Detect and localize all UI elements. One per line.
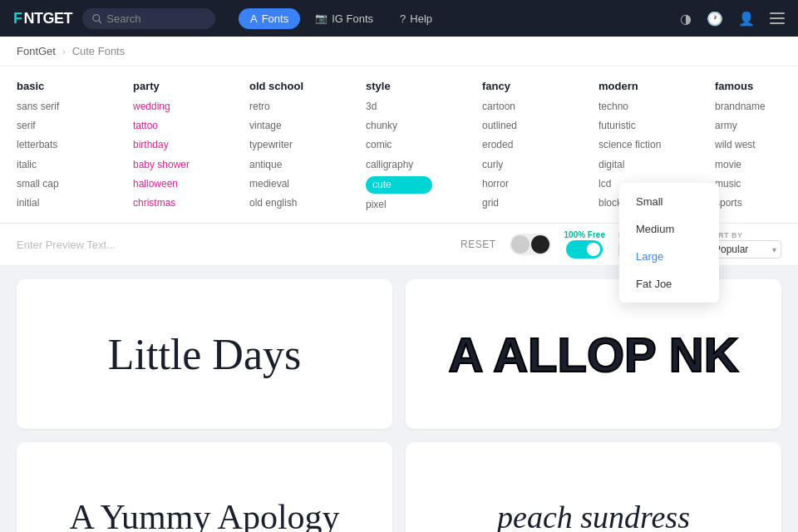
free-toggle[interactable] [566,240,603,259]
cat-item[interactable]: halloween [133,176,200,192]
cat-basic-title: basic [17,80,83,92]
cat-item[interactable]: outlined [482,118,549,134]
tab-fonts[interactable]: A Fonts [239,8,300,29]
breadcrumb-root[interactable]: FontGet [17,45,56,57]
cat-party-title: party [133,80,200,92]
logo[interactable]: F NTGET [13,10,72,27]
theme-toggle-icon[interactable]: ◑ [680,11,692,27]
navbar: F NTGET A Fonts 📷 IG Fonts ? Help ◑ 🕐 👤 [0,0,798,37]
cat-item[interactable]: curly [482,157,549,173]
dropdown-item-small[interactable]: Small [619,188,719,215]
breadcrumb: FontGet › Cute Fonts [0,37,798,66]
fonts-tab-label: Fonts [262,12,289,25]
dropdown-item-fatjoe[interactable]: Fat Joe [619,270,719,298]
cat-item[interactable]: medieval [249,176,316,192]
cat-item[interactable]: music [715,176,781,192]
help-label: Help [410,12,432,25]
cat-item[interactable]: wedding [133,99,200,115]
cat-item[interactable]: initial [17,195,83,211]
font-preview-text-4: peach sundress [489,490,698,532]
help-icon: ? [400,12,406,25]
cat-item[interactable]: antique [249,157,316,173]
cat-item[interactable]: wild west [715,137,781,153]
cat-famous-title: famous [715,80,781,92]
cat-style: style 3d chunky comic calligraphy cute p… [366,80,432,213]
logo-accent: F [13,10,22,27]
cat-item[interactable]: vintage [249,118,316,134]
menu-icon[interactable] [770,12,785,24]
dropdown-item-medium[interactable]: Medium [619,215,719,243]
cat-item[interactable]: eroded [482,137,549,153]
cat-item[interactable]: small cap [17,176,83,192]
dropdown-item-large[interactable]: Large [619,243,719,270]
cat-party: party wedding tattoo birthday baby showe… [133,80,200,213]
cat-oldschool-title: old school [249,80,316,92]
search-icon [92,13,101,24]
search-input[interactable] [106,12,205,25]
cat-item[interactable]: movie [715,157,781,173]
cat-style-title: style [366,80,432,92]
cat-basic: basic sans serif serif letterbats italic… [17,80,83,213]
cat-item[interactable]: pixel [366,197,432,213]
tab-help[interactable]: ? Help [388,8,444,29]
cat-item[interactable]: sports [715,195,781,211]
cat-item[interactable]: chunky [366,118,432,134]
cat-item[interactable]: calligraphy [366,157,432,173]
svg-line-1 [99,20,101,22]
light-color-dot[interactable] [511,235,530,254]
free-badge: 100% Free [564,230,605,239]
cat-item[interactable]: retro [249,99,316,115]
cat-item[interactable]: grid [482,195,549,211]
nav-right: ◑ 🕐 👤 [680,11,785,27]
cat-item[interactable]: letterbats [17,137,83,153]
preview-text-input[interactable] [17,239,447,251]
cat-item[interactable]: tattoo [133,118,200,134]
reset-button[interactable]: RESET [461,239,496,250]
cat-item[interactable]: christmas [133,195,200,211]
cat-modern-title: modern [598,80,665,92]
tab-ig-fonts[interactable]: 📷 IG Fonts [303,8,385,29]
cat-fancy-title: fancy [482,80,549,92]
font-preview-text-3: A Yummy Apology [61,489,347,532]
history-icon[interactable]: 🕐 [707,11,723,27]
cat-item[interactable]: birthday [133,137,200,153]
preview-size-dropdown: Small Medium Large Fat Joe [619,183,719,303]
nav-tabs: A Fonts 📷 IG Fonts ? Help [239,8,444,29]
cat-item[interactable]: typewriter [249,137,316,153]
cat-item[interactable]: brandname [715,99,781,115]
cat-item[interactable]: comic [366,137,432,153]
cat-item[interactable]: techno [598,99,665,115]
cat-item[interactable]: science fiction [598,137,665,153]
font-card-4[interactable]: peach sundress [406,442,781,532]
breadcrumb-current: Cute Fonts [72,45,126,57]
color-toggle[interactable] [510,234,551,255]
search-bar[interactable] [82,8,215,29]
font-card-1[interactable]: Little Days [17,279,392,429]
cat-item[interactable]: horror [482,176,549,192]
cat-famous: famous brandname army wild west movie mu… [715,80,781,213]
font-card-2[interactable]: A ALLOP NK [406,279,781,429]
fonts-tab-icon: A [250,12,258,25]
cat-item[interactable]: futuristic [598,118,665,134]
breadcrumb-separator: › [62,47,66,57]
cat-item[interactable]: italic [17,157,83,173]
account-icon[interactable]: 👤 [738,11,755,27]
cat-item[interactable]: serif [17,118,83,134]
cat-fancy: fancy cartoon outlined eroded curly horr… [482,80,549,213]
cat-item[interactable]: old english [249,195,316,211]
cat-item[interactable]: digital [598,157,665,173]
dark-color-dot[interactable] [531,235,549,254]
cat-item[interactable]: army [715,118,781,134]
font-preview-text-2: A ALLOP NK [440,318,746,391]
cat-item[interactable]: sans serif [17,99,83,115]
cat-item[interactable]: 3d [366,99,432,115]
font-preview-text-1: Little Days [100,322,310,387]
free-toggle-group: 100% Free [564,230,605,259]
font-card-3[interactable]: A Yummy Apology [17,442,392,532]
ig-icon: 📷 [315,12,328,24]
cat-item[interactable]: cartoon [482,99,549,115]
ig-fonts-label: IG Fonts [332,12,373,25]
cat-item[interactable]: baby shower [133,157,200,173]
font-grid: Little Days A ALLOP NK A Yummy Apology p… [0,266,798,532]
cat-item-active[interactable]: cute [366,176,432,194]
